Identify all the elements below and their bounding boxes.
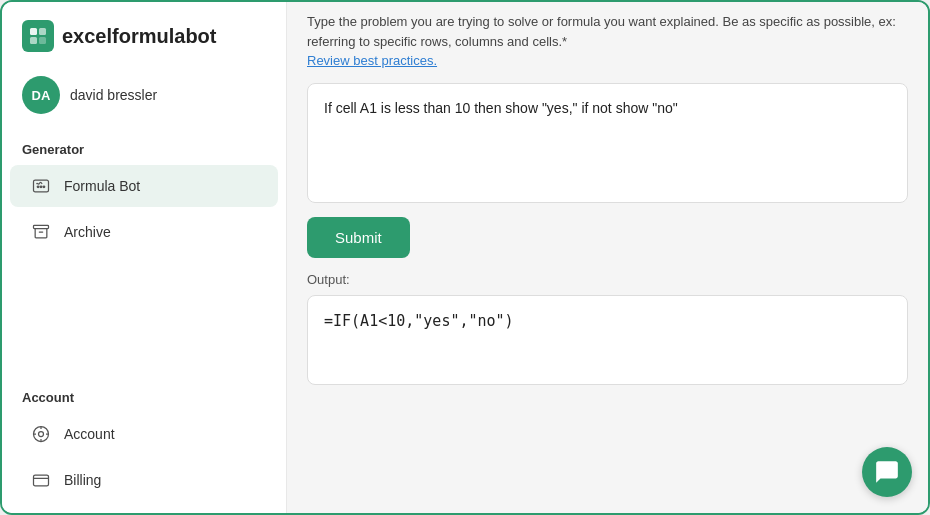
svg-rect-3	[39, 37, 46, 44]
chat-bubble-button[interactable]	[862, 447, 912, 497]
sidebar: excelformulabot DA david bressler Genera…	[2, 2, 287, 513]
description-block: Type the problem you are trying to solve…	[307, 2, 908, 69]
sidebar-item-billing[interactable]: Billing	[10, 459, 278, 501]
svg-point-7	[43, 186, 45, 188]
main-inner: Type the problem you are trying to solve…	[287, 2, 928, 513]
account-label: Account	[64, 426, 115, 442]
svg-rect-0	[30, 28, 37, 35]
formula-input[interactable]	[307, 83, 908, 203]
formula-bot-label: Formula Bot	[64, 178, 140, 194]
formula-bot-icon	[30, 175, 52, 197]
svg-point-10	[39, 432, 44, 437]
output-label: Output:	[307, 272, 908, 287]
svg-point-6	[40, 186, 42, 188]
svg-point-5	[37, 186, 39, 188]
svg-rect-2	[30, 37, 37, 44]
archive-icon	[30, 221, 52, 243]
logo: excelformulabot	[2, 2, 286, 66]
output-section: Output: =IF(A1<10,"yes","no")	[307, 272, 908, 385]
logo-text: excelformulabot	[62, 25, 217, 48]
svg-rect-8	[34, 225, 49, 228]
svg-rect-11	[34, 475, 49, 486]
sidebar-item-formula-bot[interactable]: Formula Bot	[10, 165, 278, 207]
generator-section-label: Generator	[2, 132, 286, 163]
account-icon	[30, 423, 52, 445]
billing-icon	[30, 469, 52, 491]
sidebar-item-archive[interactable]: Archive	[10, 211, 278, 253]
description-text: Type the problem you are trying to solve…	[307, 2, 908, 51]
logo-icon	[22, 20, 54, 52]
user-section: DA david bressler	[2, 66, 286, 132]
main-content: Type the problem you are trying to solve…	[287, 2, 928, 513]
submit-button[interactable]: Submit	[307, 217, 410, 258]
user-name: david bressler	[70, 87, 157, 103]
sidebar-item-account[interactable]: Account	[10, 413, 278, 455]
archive-label: Archive	[64, 224, 111, 240]
review-link[interactable]: Review best practices.	[307, 53, 437, 68]
output-box: =IF(A1<10,"yes","no")	[307, 295, 908, 385]
svg-rect-1	[39, 28, 46, 35]
billing-label: Billing	[64, 472, 101, 488]
account-section-label: Account	[2, 380, 286, 411]
avatar: DA	[22, 76, 60, 114]
app-window: excelformulabot DA david bressler Genera…	[0, 0, 930, 515]
chat-bubble-icon	[874, 459, 900, 485]
